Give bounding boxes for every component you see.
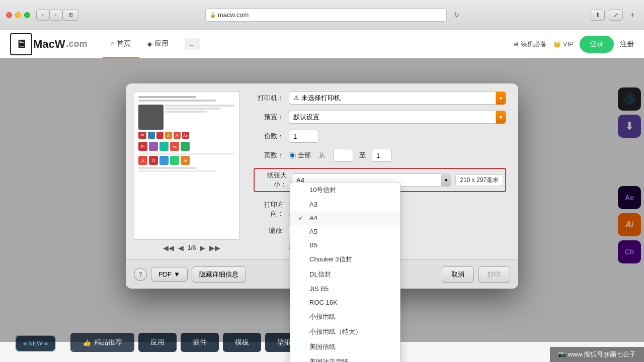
help-button[interactable]: ?	[134, 268, 147, 281]
copies-row: 份数：	[254, 130, 506, 143]
paper-option-b5[interactable]: B5	[290, 238, 400, 252]
camera-icon: 📷	[558, 350, 566, 358]
preview-nav: ◀◀ ◀ 1/6 ▶ ▶▶	[134, 240, 250, 254]
paper-option-jisb5[interactable]: JIS B5	[290, 282, 400, 296]
watermark-text: www.搜狐号@颜七公子	[568, 350, 636, 358]
refresh-button[interactable]: ↻	[451, 10, 462, 21]
hide-details-button[interactable]: 隐藏详细信息	[192, 266, 246, 283]
paper-option-tabloid[interactable]: 小报用纸	[290, 309, 400, 324]
paper-option-a4[interactable]: ✓ A4	[290, 211, 400, 225]
paper-size-row: 纸张大小： A4 ▼ 210 x 297毫米 10号信封	[254, 168, 506, 192]
home-icon: ⌂	[111, 40, 115, 48]
apps-icon: ◈	[147, 40, 152, 48]
paper-option-10[interactable]: 10号信封	[290, 183, 400, 198]
preset-label: 预置：	[254, 113, 289, 122]
printer-row: 打印机： ⚠ 未选择打印机 ▼	[254, 92, 506, 105]
paper-option-dl[interactable]: DL信封	[290, 267, 400, 282]
preview-frame: W A A Ae Pr Ac	[134, 92, 239, 240]
pages-row: 页数： 全部 从 至	[254, 149, 506, 162]
preview-content: W A A Ae Pr Ac	[134, 92, 239, 239]
page-indicator: 1/6	[188, 244, 196, 251]
nav-apps[interactable]: ◈ 应用	[139, 30, 177, 58]
settings-panel: 打印机： ⚠ 未选择打印机 ▼ 预置： 默认设置 ▼	[250, 92, 510, 258]
logo-name: MacW	[33, 38, 65, 51]
nav-more[interactable]: ...	[177, 30, 208, 58]
pdf-arrow: ▼	[174, 270, 180, 278]
printer-value: ⚠ 未选择打印机	[293, 94, 341, 103]
preview-panel: W A A Ae Pr Ac	[134, 92, 250, 258]
nav-home-label: 首页	[117, 39, 131, 48]
share-button[interactable]: ⬆	[591, 10, 605, 21]
nav-home[interactable]: ⌂ 首页	[103, 30, 139, 58]
url-text: macw.com	[218, 11, 249, 19]
printer-label: 打印机：	[254, 94, 289, 103]
paper-size-label: 纸张大小：	[257, 171, 292, 189]
first-page-button[interactable]: ◀◀	[163, 244, 174, 252]
logo-domain: .com	[66, 39, 88, 49]
copies-input[interactable]	[289, 130, 319, 143]
new-tab-button[interactable]: +	[627, 10, 638, 21]
nav-truncated: ...	[185, 38, 200, 50]
maximize-button[interactable]	[24, 12, 30, 18]
pages-from-input[interactable]	[333, 149, 353, 162]
paper-option-us-letter[interactable]: 美国信纸	[290, 339, 400, 354]
vip-label: VIP	[563, 40, 574, 48]
back-button[interactable]: ‹	[36, 10, 49, 21]
paper-option-us-legal[interactable]: 美国法定用纸	[290, 354, 400, 362]
paper-size-dropdown[interactable]: 10号信封 A3 ✓ A4	[290, 182, 400, 362]
paper-size-dimensions: 210 x 297毫米	[455, 174, 503, 186]
register-button[interactable]: 注册	[620, 40, 634, 49]
crown-icon: 👑	[553, 40, 561, 48]
tab-view-button[interactable]: ⊞	[62, 10, 78, 21]
scale-label: 缩放:	[254, 226, 289, 235]
monitor-icon: 🖥	[512, 40, 519, 48]
site-logo: 🖥 MacW .com	[10, 33, 88, 55]
traffic-lights	[6, 12, 30, 18]
pages-to-input[interactable]	[372, 149, 392, 162]
nav-apps-label: 应用	[154, 39, 169, 48]
pages-options: 全部 从 至	[289, 149, 392, 162]
minimize-button[interactable]	[15, 12, 21, 18]
close-button[interactable]	[6, 12, 12, 18]
paper-size-arrow[interactable]: ▼	[441, 173, 451, 187]
paper-option-a5[interactable]: A5	[290, 225, 400, 238]
address-bar-container: 🔒 macw.com ↻	[83, 9, 585, 22]
pages-to-label: 至	[359, 151, 366, 160]
pages-all-label: 全部	[298, 151, 311, 160]
paper-option-roc16k[interactable]: ROC 16K	[290, 296, 400, 309]
prev-page-button[interactable]: ◀	[178, 244, 184, 252]
preset-dropdown-arrow[interactable]: ▼	[496, 111, 506, 124]
fullscreen-button[interactable]: ⤢	[609, 10, 623, 21]
pages-all-radio[interactable]	[289, 152, 296, 159]
login-button[interactable]: 登录	[580, 36, 614, 53]
watermark: 📷 www.搜狐号@颜七公子	[550, 347, 644, 362]
install-essentials-link[interactable]: 🖥 装机必备	[512, 40, 547, 49]
preset-row: 预置： 默认设置 ▼	[254, 111, 506, 124]
cancel-button[interactable]: 取消	[442, 266, 474, 283]
direction-label: 打印方向：	[254, 200, 289, 218]
forward-button[interactable]: ›	[49, 10, 62, 21]
pages-all-option[interactable]: 全部	[289, 151, 311, 160]
preset-select[interactable]: 默认设置 ▼	[289, 111, 506, 124]
next-page-button[interactable]: ▶	[200, 244, 205, 252]
address-bar[interactable]: 🔒 macw.com	[205, 9, 447, 22]
paper-option-tabloid-xl[interactable]: 小报用纸（特大）	[290, 324, 400, 339]
toolbar-right: ⬆ ⤢ +	[591, 10, 638, 21]
printer-select[interactable]: ⚠ 未选择打印机 ▼	[289, 92, 506, 105]
website-content: 🖥 MacW .com ⌂ 首页 ◈ 应用 ... 🖥 装机必备 👑	[0, 30, 644, 362]
vip-link[interactable]: 👑 VIP	[553, 40, 574, 48]
pages-spacer: 从	[319, 151, 325, 160]
paper-option-a3[interactable]: A3	[290, 198, 400, 211]
print-button[interactable]: 打印	[478, 266, 510, 283]
site-main: 🌑 ⬇ Ae Ai Ch	[0, 58, 644, 342]
pdf-label: PDF	[158, 270, 172, 278]
pdf-button[interactable]: PDF ▼	[151, 267, 188, 282]
dialog-inner: W A A Ae Pr Ac	[126, 83, 518, 258]
print-dialog: W A A Ae Pr Ac	[126, 83, 518, 289]
printer-dropdown-arrow[interactable]: ▼	[496, 92, 506, 105]
last-page-button[interactable]: ▶▶	[209, 244, 220, 252]
paper-option-choukei[interactable]: Choukei 3信封	[290, 252, 400, 267]
install-essentials-label: 装机必备	[521, 40, 547, 49]
site-nav: ⌂ 首页 ◈ 应用 ...	[103, 30, 512, 58]
site-header-right: 🖥 装机必备 👑 VIP 登录 注册	[512, 36, 634, 53]
